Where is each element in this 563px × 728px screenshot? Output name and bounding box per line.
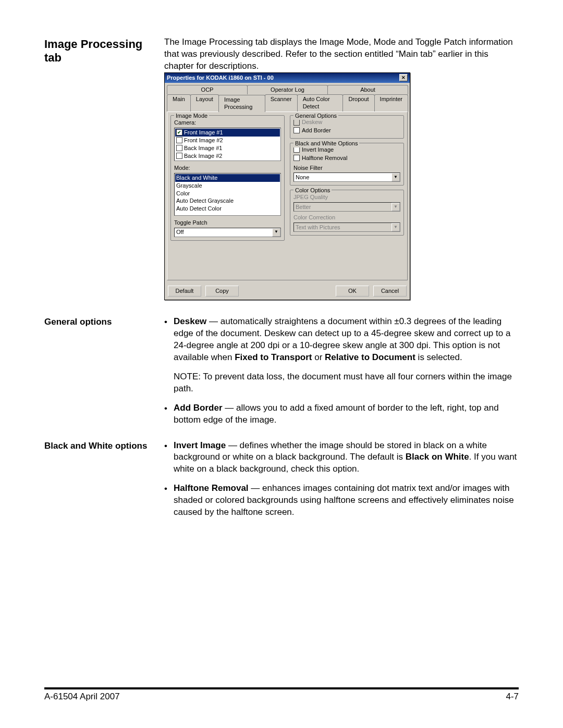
- color-correction-dropdown: Text with Pictures ▼: [293, 223, 400, 232]
- bullet-icon: •: [164, 402, 174, 426]
- halftone-removal-checkbox[interactable]: Halftone Removal: [293, 154, 400, 162]
- legend-image-mode: Image Mode: [174, 112, 209, 120]
- checkbox-icon[interactable]: ✔: [176, 129, 182, 135]
- ok-button[interactable]: OK: [336, 286, 369, 297]
- bullet-icon: •: [164, 316, 174, 364]
- add-border-description: Add Border — allows you to add a fixed a…: [174, 402, 519, 426]
- chevron-down-icon: ▼: [391, 173, 400, 181]
- dialog-title: Properties for KODAK i1860 on STI - 00: [167, 74, 274, 82]
- checkbox-icon[interactable]: [176, 153, 182, 159]
- tab-imprinter[interactable]: Imprinter: [374, 94, 408, 112]
- label-toggle-patch: Toggle Patch: [174, 219, 281, 227]
- bullet-icon: •: [164, 440, 174, 476]
- add-border-checkbox[interactable]: Add Border: [293, 127, 400, 134]
- group-bw-options: Black and White Options Invert Image Hal…: [290, 143, 404, 186]
- page-footer: A-61504 April 2007 4-7: [44, 687, 519, 702]
- default-button[interactable]: Default: [168, 286, 201, 297]
- bw-options-heading: Black and White options: [44, 440, 154, 526]
- chevron-down-icon: ▼: [391, 223, 400, 231]
- tab-main[interactable]: Main: [167, 94, 191, 112]
- mode-listbox[interactable]: Black and White Grayscale Color Auto Det…: [174, 173, 281, 216]
- label-mode: Mode:: [174, 164, 281, 172]
- properties-dialog: Properties for KODAK i1860 on STI - 00 ✕…: [164, 72, 410, 300]
- checkbox-icon[interactable]: [176, 145, 182, 151]
- tab-layout[interactable]: Layout: [190, 94, 219, 112]
- close-icon[interactable]: ✕: [399, 74, 408, 81]
- group-color-options: Color Options JPEG Quality Better ▼ Colo…: [290, 190, 404, 236]
- bullet-icon: •: [164, 483, 174, 519]
- intro-text: The Image Processing tab displays the Im…: [164, 37, 513, 71]
- noise-filter-dropdown[interactable]: None ▼: [293, 172, 400, 182]
- deskew-note: NOTE: To prevent data loss, the document…: [164, 371, 519, 395]
- group-general-options: General Options Deskew Add Border: [290, 115, 404, 139]
- invert-image-description: Invert Image — defines whether the image…: [174, 440, 519, 476]
- toggle-patch-dropdown[interactable]: Off ▼: [174, 228, 281, 237]
- copy-button[interactable]: Copy: [205, 286, 239, 297]
- cancel-button[interactable]: Cancel: [373, 286, 407, 297]
- tab-ocp[interactable]: OCP: [167, 85, 248, 94]
- tab-dropout[interactable]: Dropout: [342, 94, 374, 112]
- checkbox-icon[interactable]: [176, 137, 182, 143]
- general-options-heading: General options: [44, 316, 154, 434]
- deskew-description: Deskew — automatically straightens a doc…: [174, 316, 519, 364]
- dialog-titlebar[interactable]: Properties for KODAK i1860 on STI - 00 ✕: [165, 73, 410, 83]
- tab-scanner[interactable]: Scanner: [265, 94, 298, 112]
- chevron-down-icon: ▼: [391, 203, 400, 211]
- doc-id: A-61504 April 2007: [44, 692, 120, 702]
- camera-listbox[interactable]: ✔Front Image #1 Front Image #2 Back Imag…: [174, 128, 281, 161]
- section-heading: Image Processing tab: [44, 36, 154, 310]
- group-image-mode: Image Mode Camera: ✔Front Image #1 Front…: [170, 115, 285, 241]
- tab-auto-color-detect[interactable]: Auto Color Detect: [297, 94, 344, 112]
- tab-image-processing[interactable]: Image Processing: [218, 95, 265, 113]
- page-number: 4-7: [506, 692, 519, 702]
- tab-about[interactable]: About: [327, 85, 408, 94]
- label-camera: Camera:: [174, 119, 281, 127]
- chevron-down-icon: ▼: [272, 228, 280, 237]
- halftone-removal-description: Halftone Removal — enhances images conta…: [174, 483, 519, 519]
- jpeg-quality-dropdown: Better ▼: [293, 202, 400, 212]
- tab-operator-log[interactable]: Operator Log: [247, 85, 328, 94]
